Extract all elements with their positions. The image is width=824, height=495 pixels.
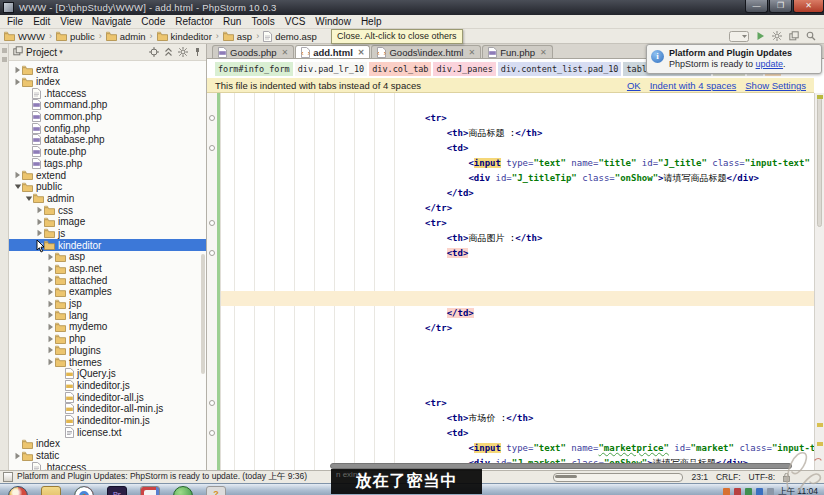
indent-with-4-spaces-link[interactable]: Indent with 4 spaces	[650, 80, 737, 91]
menu-view[interactable]: View	[55, 16, 87, 27]
tree-item-js[interactable]: js	[9, 228, 206, 240]
tool-window-toggle-icon[interactable]	[3, 472, 13, 482]
tree-item-php[interactable]: php	[9, 333, 206, 345]
vscroll-thumb[interactable]	[817, 97, 822, 227]
close-icon[interactable]: ✕	[358, 48, 365, 57]
tree-item-kindeditor-all-js[interactable]: kindeditor-all.js	[9, 391, 206, 403]
tab-fun-php[interactable]: Fun.php✕	[482, 45, 553, 58]
tab-goods-index-html[interactable]: Goods\index.html✕	[371, 45, 481, 58]
memory-indicator[interactable]	[553, 473, 683, 482]
taskbar-green-app-icon[interactable]	[173, 486, 193, 495]
taskbar-start-orb-icon[interactable]	[8, 486, 28, 495]
project-scrollbar[interactable]	[201, 254, 205, 374]
tree-item-admin[interactable]: admin	[9, 193, 206, 205]
taskbar-chrome-icon[interactable]	[74, 486, 94, 495]
fold-marker[interactable]	[209, 250, 215, 256]
tab-goods-php[interactable]: Goods.php✕	[212, 45, 294, 58]
crumb-kindeditor[interactable]: kindeditor	[157, 31, 212, 42]
encoding[interactable]: UTF-8:	[749, 472, 775, 482]
expand-arrow-icon[interactable]	[46, 265, 55, 273]
expand-arrow-icon[interactable]	[46, 346, 55, 354]
expand-arrow-icon[interactable]	[35, 229, 44, 237]
tree-item-image[interactable]: image	[9, 216, 206, 228]
tree-item-public[interactable]: public	[9, 181, 206, 193]
chevron-down-icon[interactable]: ▾	[59, 48, 63, 56]
tree-item-static[interactable]: static	[9, 450, 206, 462]
taskbar-folder-app-icon[interactable]	[41, 486, 61, 495]
tree-item-tags-php[interactable]: tags.php	[9, 158, 206, 170]
tree-item-config-php[interactable]: config.php	[9, 122, 206, 134]
collapse-arrow-icon[interactable]	[13, 183, 22, 190]
tree-item--htaccess[interactable]: .htaccess	[9, 87, 206, 99]
tree-item-themes[interactable]: themes	[9, 356, 206, 368]
search-icon[interactable]	[806, 31, 816, 41]
tree-item-extra[interactable]: extra	[9, 64, 206, 76]
tree-item-route-php[interactable]: route.php	[9, 146, 206, 158]
tree-item-database-php[interactable]: database.php	[9, 134, 206, 146]
menu-help[interactable]: Help	[356, 16, 387, 27]
taskbar-help-app-icon[interactable]: ?	[206, 486, 226, 495]
breadcrumb-chip-div-pad-lr-10[interactable]: div.pad_lr_10	[295, 62, 368, 76]
tree-item-command-php[interactable]: command.php	[9, 99, 206, 111]
tree-item-index[interactable]: index	[9, 438, 206, 450]
menu-tools[interactable]: Tools	[246, 16, 279, 27]
status-message[interactable]: Platform and Plugin Updates: PhpStorm is…	[17, 471, 307, 483]
expand-arrow-icon[interactable]	[35, 218, 44, 226]
close-icon[interactable]: ✕	[468, 48, 475, 57]
tree-item-kindeditor-js[interactable]: kindeditor.js	[9, 380, 206, 392]
gear-icon[interactable]	[178, 47, 188, 57]
breadcrumb-chip-div-j-panes[interactable]: div.J_panes	[433, 62, 495, 76]
tray-icon[interactable]	[767, 488, 774, 495]
ok-link[interactable]: OK	[627, 80, 641, 91]
fold-marker[interactable]	[209, 400, 215, 406]
code-editor[interactable]: <tr><th>商品标题 :</th><td><input type="text…	[221, 93, 814, 470]
menu-refactor[interactable]: Refactor	[170, 16, 218, 27]
expand-arrow-icon[interactable]	[46, 253, 55, 261]
tree-item-plugins[interactable]: plugins	[9, 345, 206, 357]
tree-item-jquery-js[interactable]: jQuery.js	[9, 368, 206, 380]
breadcrumb-chip-form-info-form[interactable]: form#info_form	[215, 62, 293, 76]
minimize-button[interactable]: —	[745, 0, 768, 13]
expand-arrow-icon[interactable]	[13, 171, 22, 179]
taskbar-document-app-icon[interactable]	[140, 486, 160, 495]
pin-icon[interactable]	[193, 47, 202, 57]
expand-arrow-icon[interactable]	[46, 323, 55, 331]
update-link[interactable]: update	[756, 59, 784, 69]
tray-icon[interactable]	[734, 488, 741, 495]
collapse-all-icon[interactable]	[164, 47, 173, 57]
fold-marker[interactable]	[209, 220, 215, 226]
tree-item-attached[interactable]: attached	[9, 274, 206, 286]
menu-navigate[interactable]: Navigate	[87, 16, 136, 27]
tree-item-examples[interactable]: examples	[9, 286, 206, 298]
close-icon[interactable]: ✕	[281, 48, 288, 57]
expand-arrow-icon[interactable]	[46, 300, 55, 308]
tray-icon[interactable]	[723, 488, 730, 495]
line-ending[interactable]: CRLF:	[716, 472, 741, 482]
warning-stripe-mark[interactable]	[817, 423, 823, 427]
crumb-public[interactable]: public	[56, 31, 95, 42]
inspection-status-mark[interactable]	[817, 95, 823, 99]
fold-marker[interactable]	[209, 115, 215, 121]
editor-gutter[interactable]	[207, 93, 221, 470]
menu-code[interactable]: Code	[136, 16, 170, 27]
tree-item-kindeditor-min-js[interactable]: kindeditor-min.js	[9, 415, 206, 427]
editor-vscrollbar[interactable]	[814, 93, 824, 470]
expand-arrow-icon[interactable]	[13, 66, 22, 74]
locate-icon[interactable]	[149, 47, 159, 57]
menu-vcs[interactable]: VCS	[280, 16, 311, 27]
fold-marker[interactable]	[209, 430, 215, 436]
project-panel-title[interactable]: Project	[26, 47, 57, 58]
expand-arrow-icon[interactable]	[46, 311, 55, 319]
tree-item-lang[interactable]: lang	[9, 309, 206, 321]
tree-item-license-txt[interactable]: license.txt	[9, 426, 206, 438]
show-settings-link[interactable]: Show Settings	[745, 80, 806, 91]
tree-item--htaccess[interactable]: .htaccess	[9, 461, 206, 470]
expand-arrow-icon[interactable]	[46, 276, 55, 284]
expand-arrow-icon[interactable]	[46, 335, 55, 343]
run-config-dropdown[interactable]	[729, 31, 749, 42]
tree-item-css[interactable]: css	[9, 204, 206, 216]
menu-edit[interactable]: Edit	[28, 16, 55, 27]
crumb-asp[interactable]: asp	[223, 31, 252, 42]
tab-add-html[interactable]: add.html✕	[295, 45, 370, 58]
breadcrumb-chip-div-col-tab[interactable]: div.col_tab	[369, 62, 431, 76]
